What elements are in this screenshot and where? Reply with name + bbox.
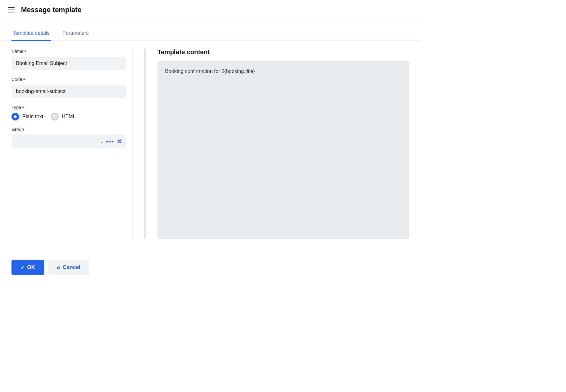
group-field-group: Group ⌄ ••• ✕ xyxy=(11,127,126,149)
page-title: Message template xyxy=(21,6,82,14)
radio-html-btn[interactable] xyxy=(51,113,59,120)
right-panel: Template content Booking confirmation fo… xyxy=(157,48,409,239)
cancel-button[interactable]: ⌀ Cancel xyxy=(48,260,90,275)
dropdown-clear-icon[interactable]: ✕ xyxy=(117,138,122,145)
template-content-text: Booking confirmation for ${booking.title… xyxy=(165,69,255,74)
footer: ✓ OK ⌀ Cancel xyxy=(0,252,421,283)
type-radio-group: Plain text HTML xyxy=(11,113,126,120)
template-content-area[interactable]: Booking confirmation for ${booking.title… xyxy=(157,61,409,239)
type-field-group: Type • Plain text HTML xyxy=(11,105,126,120)
code-required-dot: • xyxy=(23,76,25,82)
left-panel: Name • Code • Type • Plain text xyxy=(11,48,133,239)
type-label: Type • xyxy=(11,105,126,110)
group-input[interactable] xyxy=(15,139,97,144)
header: Message template xyxy=(0,0,421,20)
tabs-container: Template details Parameters xyxy=(0,26,421,41)
code-label: Code • xyxy=(11,76,126,82)
type-required-dot: • xyxy=(22,105,24,110)
group-label: Group xyxy=(11,127,126,132)
checkmark-icon: ✓ xyxy=(20,265,25,271)
name-required-dot: • xyxy=(24,48,26,54)
hamburger-menu-icon[interactable] xyxy=(8,7,15,12)
main-content: Name • Code • Type • Plain text xyxy=(0,48,421,239)
scroll-divider xyxy=(144,48,146,239)
group-dropdown[interactable]: ⌄ ••• ✕ xyxy=(11,134,126,149)
radio-html[interactable]: HTML xyxy=(51,113,76,120)
ok-button[interactable]: ✓ OK xyxy=(11,260,44,275)
name-label: Name • xyxy=(11,48,126,54)
name-input[interactable] xyxy=(11,57,126,70)
code-input[interactable] xyxy=(11,85,126,98)
tab-parameters[interactable]: Parameters xyxy=(61,26,90,41)
cancel-circle-icon: ⌀ xyxy=(57,265,60,271)
radio-plain-text-btn[interactable] xyxy=(11,113,19,120)
dropdown-chevron-icon[interactable]: ⌄ xyxy=(100,139,104,144)
tab-template-details[interactable]: Template details xyxy=(11,26,51,41)
dropdown-more-icon[interactable]: ••• xyxy=(106,138,114,145)
code-field-group: Code • xyxy=(11,76,126,98)
radio-plain-text[interactable]: Plain text xyxy=(11,113,43,120)
name-field-group: Name • xyxy=(11,48,126,70)
template-content-title: Template content xyxy=(157,48,409,56)
